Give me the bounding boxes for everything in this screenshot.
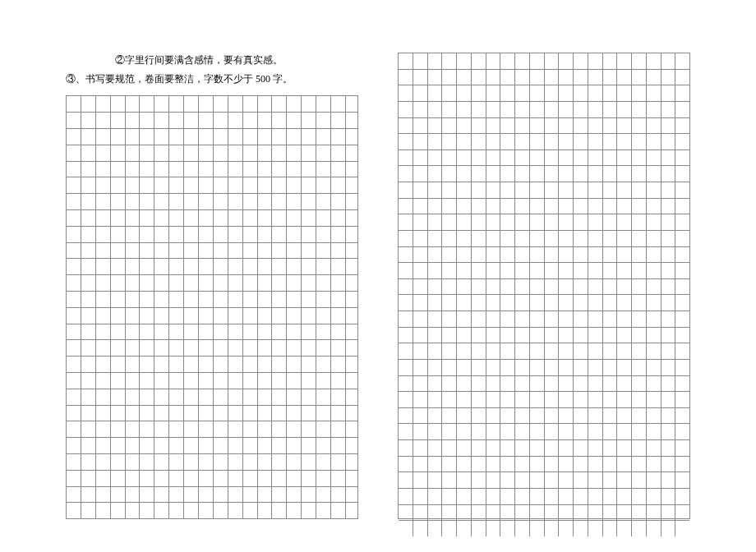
grid-row (67, 438, 357, 454)
grid-cell (258, 340, 273, 356)
grid-cell (457, 247, 472, 263)
grid-cell (675, 102, 689, 117)
grid-cell (96, 487, 111, 503)
grid-cell (169, 324, 184, 340)
grid-cell (316, 356, 331, 372)
grid-cell (154, 389, 169, 405)
grid-cell (603, 343, 618, 359)
grid-cell (632, 343, 647, 359)
grid-cell (399, 166, 413, 182)
grid-cell (169, 487, 184, 503)
grid-cell (647, 505, 662, 521)
grid-cell (154, 421, 169, 437)
grid-cell (559, 118, 574, 134)
grid-cell (272, 454, 287, 470)
grid-cell (214, 503, 228, 518)
grid-cell (500, 440, 515, 456)
grid-cell (603, 489, 618, 504)
grid-cell (399, 118, 413, 134)
grid-cell (331, 275, 346, 291)
grid-cell (126, 406, 141, 421)
grid-cell (126, 259, 141, 274)
grid-cell (675, 53, 689, 69)
grid-cell (530, 102, 545, 117)
grid-cell (272, 324, 287, 340)
grid-cell (486, 182, 501, 198)
grid-cell (272, 292, 287, 307)
grid-cell (603, 118, 618, 134)
grid-cell (228, 421, 243, 437)
grid-cell (126, 162, 141, 177)
grid-cell (617, 279, 632, 295)
grid-cell (559, 247, 574, 263)
grid-cell (545, 328, 560, 343)
grid-cell (228, 259, 243, 274)
grid-cell (199, 96, 214, 112)
grid-cell (413, 263, 428, 278)
grid-cell (228, 373, 243, 389)
grid-cell (472, 263, 486, 278)
grid-cell (399, 150, 413, 166)
grid-cell (428, 85, 443, 101)
grid-cell (500, 392, 515, 407)
grid-cell (413, 424, 428, 439)
grid-cell (243, 438, 258, 453)
grid-cell (399, 134, 413, 150)
grid-cell (126, 275, 141, 291)
grid-cell (413, 295, 428, 310)
grid-cell (154, 177, 169, 193)
grid-cell (617, 472, 632, 488)
grid-cell (472, 102, 486, 117)
grid-cell (675, 408, 689, 424)
grid-cell (500, 328, 515, 343)
grid-cell (272, 308, 287, 324)
grid-cell (530, 279, 545, 295)
grid-cell (428, 392, 443, 407)
grid-cell (243, 292, 258, 307)
grid-cell (559, 214, 574, 230)
grid-cell (169, 438, 184, 453)
grid-cell (632, 360, 647, 375)
grid-cell (472, 392, 486, 407)
grid-cell (603, 376, 618, 392)
grid-cell (258, 503, 273, 518)
grid-cell (258, 471, 273, 486)
grid-cell (140, 389, 154, 405)
grid-cell (399, 85, 413, 101)
grid-cell (67, 406, 81, 421)
grid-cell (428, 472, 443, 488)
grid-cell (258, 324, 273, 340)
grid-cell (617, 392, 632, 407)
grid-cell (515, 214, 530, 230)
grid-cell (126, 340, 141, 356)
grid-cell (632, 150, 647, 166)
grid-cell (457, 360, 472, 375)
grid-cell (675, 457, 689, 472)
grid-cell (126, 113, 141, 128)
grid-cell (199, 308, 214, 324)
grid-cell (316, 406, 331, 421)
grid-cell (500, 134, 515, 150)
grid-row (67, 259, 357, 275)
grid-cell (457, 279, 472, 295)
grid-cell (675, 118, 689, 134)
grid-cell (302, 145, 316, 161)
grid-cell (442, 343, 457, 359)
grid-cell (96, 406, 111, 421)
grid-cell (140, 421, 154, 437)
grid-cell (199, 471, 214, 486)
grid-row (399, 360, 689, 376)
grid-cell (662, 85, 676, 101)
grid-cell (675, 343, 689, 359)
grid-cell (111, 194, 126, 209)
grid-cell (545, 440, 560, 456)
grid-cell (302, 194, 316, 209)
grid-cell (675, 166, 689, 182)
grid-cell (428, 295, 443, 310)
instructions-block: ②字里行间要满含感情，要有真实感。 ③、书写要规范，卷面要整洁，字数不少于 50… (66, 53, 358, 87)
grid-cell (243, 406, 258, 421)
grid-cell (603, 70, 618, 85)
grid-cell (457, 343, 472, 359)
grid-row (399, 134, 689, 150)
grid-cell (154, 438, 169, 453)
